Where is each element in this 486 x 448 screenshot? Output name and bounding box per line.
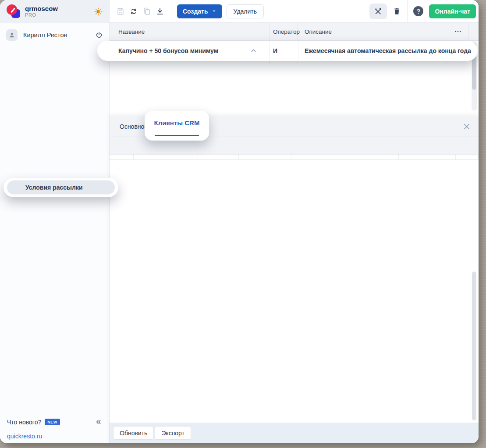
online-chat-button[interactable]: Онлайн-чат [429, 4, 476, 18]
export-button[interactable]: Экспорт [155, 426, 191, 440]
whats-new-label: Что нового? [7, 419, 41, 426]
brand-block: qrmoscow PRO [25, 5, 58, 18]
sidebar-menu [0, 46, 109, 414]
new-badge: NEW [45, 419, 60, 425]
logout-power-icon[interactable] [95, 31, 103, 39]
condition-operator: И [273, 47, 277, 54]
create-button-label: Создать [183, 8, 208, 15]
caret-down-icon [212, 9, 216, 14]
spotlight-condition-row[interactable]: Капучино + 50 бонусов минимум И Ежемесяч… [97, 41, 478, 61]
spotlight-row-divider [298, 41, 298, 61]
toolbar-divider [171, 0, 171, 23]
sidebar-header: qrmoscow PRO [0, 0, 109, 23]
site-row: quickresto.ru [0, 429, 109, 443]
app-window: qrmoscow PRO Кирилл Рестов Что нового? N… [0, 0, 479, 443]
person-icon [8, 32, 15, 39]
condition-name: Капучино + 50 бонусов минимум [118, 47, 218, 54]
toolbar-left-icons [114, 7, 167, 16]
download-icon[interactable] [153, 7, 167, 16]
crm-row-partial [110, 155, 479, 160]
spotlight-crm-clients-tab[interactable]: Клиенты CRM [145, 111, 209, 141]
spotlight-row-divider [270, 41, 270, 61]
help-button[interactable]: ? [413, 6, 423, 16]
app-logo [6, 4, 21, 19]
active-tab-underline [155, 135, 199, 136]
toolbar-right-icons: ? Онлайн-чат [369, 0, 479, 23]
whats-new-row[interactable]: Что нового? NEW [0, 415, 109, 429]
header-spacer [469, 23, 479, 40]
sidebar-footer: Что нового? NEW quickresto.ru [0, 415, 109, 443]
toolbar: Создать Удалить ? Онлайн-чат [110, 0, 479, 23]
brightness-icon[interactable] [94, 7, 103, 16]
avatar [6, 29, 18, 41]
user-name: Кирилл Рестов [23, 32, 67, 39]
conditions-more-icon[interactable] [447, 23, 469, 40]
create-button[interactable]: Создать [177, 4, 222, 18]
refresh-icon[interactable] [127, 7, 140, 16]
spotlight-sidebar-item: Условия рассылки [4, 178, 118, 197]
condition-description: Ежемесячная автоматическая рассылка до к… [305, 47, 471, 54]
column-header-name[interactable]: Название [110, 23, 270, 40]
save-icon[interactable] [114, 7, 127, 16]
panel-footer: Обновить Экспорт [110, 423, 479, 443]
trash-icon[interactable] [393, 7, 401, 15]
toolbar-divider-right [407, 0, 408, 23]
sidebar-item-mailing-conditions-active[interactable]: Условия рассылки [7, 180, 115, 194]
delete-button[interactable]: Удалить [227, 4, 264, 18]
column-header-operator[interactable]: Оператор [270, 23, 298, 40]
user-row[interactable]: Кирилл Рестов [0, 26, 109, 44]
column-header-description[interactable]: Описание [298, 23, 447, 40]
tab-main[interactable]: Основное [120, 123, 148, 130]
close-icon[interactable] [462, 122, 472, 131]
site-link[interactable]: quickresto.ru [7, 433, 42, 440]
brand-name: qrmoscow [25, 5, 58, 13]
sidebar: qrmoscow PRO Кирилл Рестов Что нового? N… [0, 0, 110, 443]
collapse-sidebar-icon[interactable] [95, 418, 102, 426]
tools-button[interactable] [369, 4, 387, 19]
crm-scrollbar-thumb[interactable] [472, 272, 476, 420]
main-area: Создать Удалить ? Онлайн-чат Название Оп… [110, 0, 479, 443]
tools-icon [374, 7, 383, 16]
refresh-button[interactable]: Обновить [113, 426, 154, 440]
brand-plan: PRO [25, 12, 58, 18]
copy-icon[interactable] [140, 7, 153, 16]
chevron-up-icon[interactable] [250, 47, 257, 54]
tab-crm-clients[interactable]: Клиенты CRM [145, 119, 209, 127]
crm-clients-panel: Основное Обновить Экспорт [110, 116, 479, 443]
conditions-table-header: Название Оператор Описание [110, 23, 479, 41]
